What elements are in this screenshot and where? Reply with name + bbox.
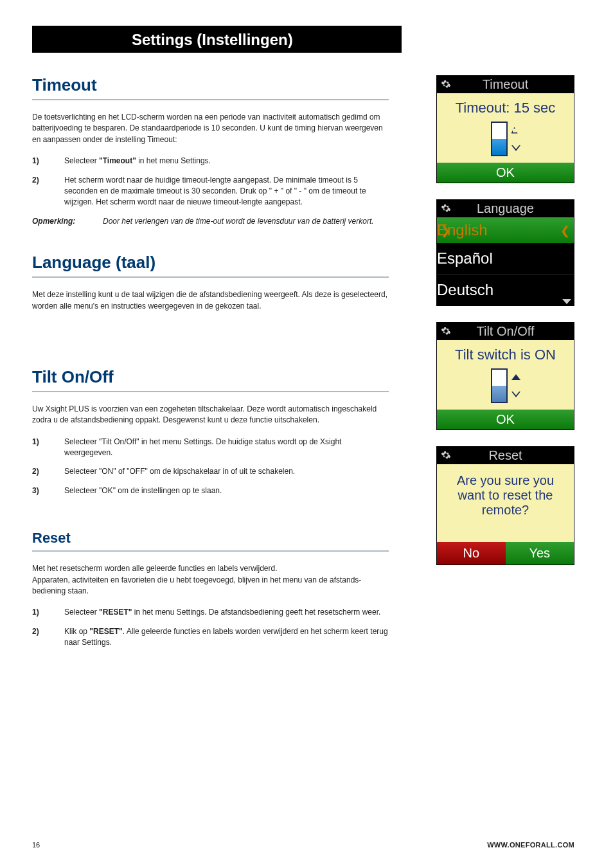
footer-url: WWW.ONEFORALL.COM: [487, 841, 574, 849]
timeout-value: Timeout: 15 sec: [437, 93, 574, 119]
timeout-slider[interactable]: [437, 119, 574, 163]
down-arrow-icon[interactable]: [511, 145, 520, 151]
tilt-screen: Tilt On/Off Tilt switch is ON OK: [436, 322, 574, 430]
section-title-timeout: Timeout: [32, 75, 389, 100]
gear-icon: [441, 449, 451, 459]
timeout-screen-title: Timeout: [437, 76, 574, 93]
step-text: Selecteer "ON" of "OFF" om de kipschakel…: [64, 466, 389, 477]
step-text: Selecteer "Tilt On/Off" in het menu Sett…: [64, 437, 389, 459]
left-arrow-icon: ❯: [441, 224, 450, 238]
yes-button[interactable]: Yes: [506, 542, 574, 565]
reset-step-2: 2) Klik op "RESET". Alle geleerde functi…: [32, 626, 389, 649]
gear-icon: [441, 78, 451, 88]
step-text: Selecteer "Timeout" in het menu Settings…: [64, 156, 389, 167]
page-number: 16: [32, 841, 40, 849]
section-title-language: Language (taal): [32, 253, 389, 278]
tilt-screen-title: Tilt On/Off: [437, 323, 574, 340]
language-intro: Met deze instelling kunt u de taal wijzi…: [32, 289, 389, 312]
timeout-step-2: 2) Het scherm wordt naar de huidige time…: [32, 175, 389, 208]
tilt-slider[interactable]: [437, 366, 574, 410]
language-option-espanol[interactable]: Español: [437, 243, 574, 275]
right-arrow-icon: ❮: [560, 224, 570, 238]
step-text: Selecteer "OK" om de instellingen op te …: [64, 485, 389, 496]
step-text: Klik op "RESET". Alle geleerde functies …: [64, 626, 389, 649]
reset-intro: Met het resetscherm worden alle geleerde…: [32, 563, 389, 597]
up-arrow-icon[interactable]: [511, 127, 518, 134]
ok-button[interactable]: OK: [437, 410, 574, 429]
step-number: 1): [32, 437, 64, 459]
gear-icon: [441, 202, 451, 212]
ok-button[interactable]: OK: [437, 163, 574, 183]
language-option-deutsch[interactable]: Deutsch: [437, 275, 574, 305]
step-number: 2): [32, 626, 64, 649]
step-text: Selecteer "RESET" in het menu Settings. …: [64, 607, 389, 618]
step-text: Het scherm wordt naar de huidige timeout…: [64, 175, 389, 208]
reset-step-1: 1) Selecteer "RESET" in het menu Setting…: [32, 607, 389, 618]
language-screen-title: Language: [437, 200, 574, 217]
tilt-step-3: 3) Selecteer "OK" om de instellingen op …: [32, 485, 389, 496]
no-button[interactable]: No: [437, 542, 506, 565]
tilt-intro: Uw Xsight PLUS is voorzien van een zogeh…: [32, 404, 389, 426]
reset-screen-title: Reset: [437, 447, 574, 464]
page-header: Settings (Instellingen): [32, 26, 402, 53]
step-number: 3): [32, 485, 64, 496]
section-title-reset: Reset: [32, 530, 389, 552]
timeout-intro: De toetsverlichting en het LCD-scherm wo…: [32, 112, 389, 145]
down-arrow-icon[interactable]: [511, 392, 520, 397]
tilt-step-2: 2) Selecteer "ON" of "OFF" om de kipscha…: [32, 466, 389, 477]
up-arrow-icon[interactable]: [511, 374, 520, 380]
tilt-step-1: 1) Selecteer "Tilt On/Off" in het menu S…: [32, 437, 389, 459]
language-screen: Language ❯ English ❮ Español Deutsch: [436, 199, 574, 306]
reset-question: Are you sure you want to reset the remot…: [437, 464, 574, 542]
tilt-value: Tilt switch is ON: [437, 340, 574, 366]
language-selected[interactable]: ❯ English ❮: [437, 217, 574, 243]
timeout-note: Opmerking: Door het verlengen van de tim…: [32, 216, 389, 227]
more-arrow-icon: [562, 299, 571, 304]
gear-icon: [441, 325, 451, 335]
step-number: 2): [32, 466, 64, 477]
step-number: 1): [32, 607, 64, 618]
step-number: 1): [32, 156, 64, 167]
section-title-tilt: Tilt On/Off: [32, 367, 389, 392]
timeout-screen: Timeout Timeout: 15 sec OK: [436, 75, 574, 183]
step-number: 2): [32, 175, 64, 208]
screenshots-column: Timeout Timeout: 15 sec OK Langua: [436, 75, 574, 581]
main-column: Timeout De toetsverlichting en het LCD-s…: [32, 75, 389, 656]
reset-screen: Reset Are you sure you want to reset the…: [436, 446, 574, 565]
timeout-step-1: 1) Selecteer "Timeout" in het menu Setti…: [32, 156, 389, 167]
page-footer: 16 WWW.ONEFORALL.COM: [32, 841, 574, 849]
